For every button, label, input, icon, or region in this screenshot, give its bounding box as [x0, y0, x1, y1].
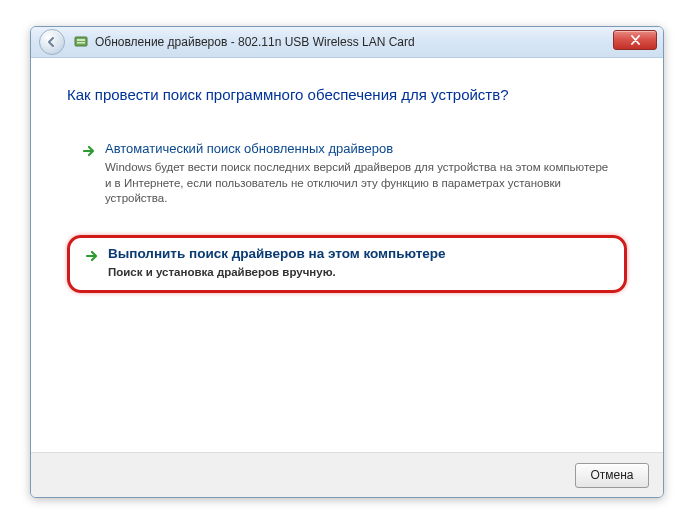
close-button[interactable] [613, 30, 657, 50]
page-heading: Как провести поиск программного обеспече… [67, 86, 627, 103]
wizard-content: Как провести поиск программного обеспече… [31, 58, 663, 452]
back-button[interactable] [39, 29, 65, 55]
option-description: Windows будет вести поиск последних верс… [105, 160, 613, 207]
device-icon [73, 34, 89, 50]
back-arrow-icon [46, 36, 58, 48]
option-auto-search[interactable]: Автоматический поиск обновленных драйвер… [67, 131, 627, 219]
svg-rect-1 [77, 39, 85, 41]
svg-rect-0 [75, 37, 87, 46]
cancel-button[interactable]: Отмена [575, 463, 649, 488]
option-description: Поиск и установка драйверов вручную. [108, 265, 446, 281]
option-title: Выполнить поиск драйверов на этом компью… [108, 246, 446, 261]
driver-update-wizard-window: Обновление драйверов - 802.11n USB Wirel… [30, 26, 664, 498]
cancel-button-label: Отмена [590, 468, 633, 482]
option-text-group: Выполнить поиск драйверов на этом компью… [108, 246, 446, 281]
svg-rect-2 [77, 42, 85, 44]
option-browse-computer[interactable]: Выполнить поиск драйверов на этом компью… [67, 235, 627, 294]
option-title: Автоматический поиск обновленных драйвер… [105, 141, 613, 156]
wizard-footer: Отмена [31, 452, 663, 497]
arrow-icon [84, 248, 100, 264]
window-title: Обновление драйверов - 802.11n USB Wirel… [95, 35, 415, 49]
titlebar: Обновление драйверов - 802.11n USB Wirel… [31, 27, 663, 58]
option-text-group: Автоматический поиск обновленных драйвер… [105, 141, 613, 207]
close-icon [630, 35, 641, 45]
arrow-icon [81, 143, 97, 159]
